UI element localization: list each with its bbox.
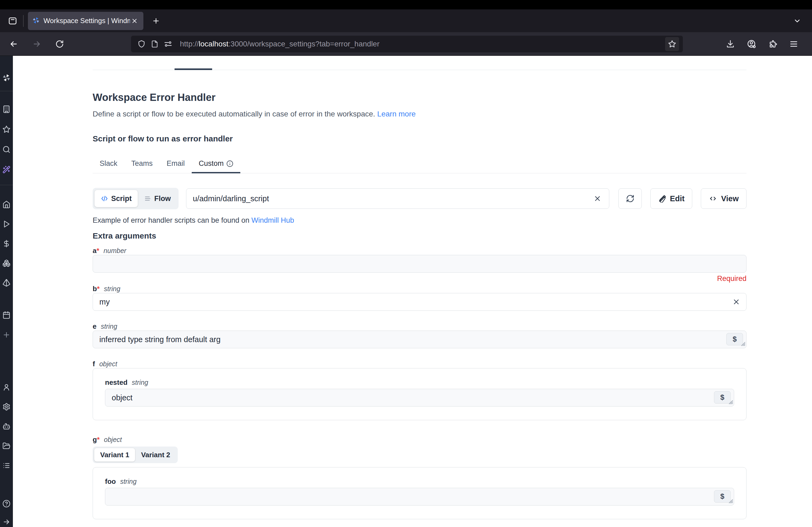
windmill-favicon <box>32 17 40 25</box>
field-f-resize-grip[interactable] <box>727 399 733 406</box>
browser-navbar: http://localhost:3000/workspace_settings… <box>0 32 812 56</box>
windmill-logo[interactable] <box>2 74 11 83</box>
browser-tab-bar: Workspace Settings | Windmill <box>0 10 812 32</box>
script-path-field <box>186 189 609 209</box>
sidebar-item-schedules[interactable] <box>2 311 11 319</box>
home-icon <box>2 200 11 209</box>
learn-more-link[interactable]: Learn more <box>377 110 416 118</box>
field-g-panel: foo string $ <box>93 467 746 519</box>
browser-tab[interactable]: Workspace Settings | Windmill <box>28 12 143 30</box>
play-icon <box>2 220 11 228</box>
sidebar-item-user[interactable] <box>2 383 11 391</box>
hub-note: Example of error handler scripts can be … <box>93 216 746 225</box>
back-button[interactable] <box>8 38 20 50</box>
variant-toggle: Variant 1 Variant 2 <box>93 447 178 463</box>
sidebar-item-home[interactable] <box>2 200 11 209</box>
sidebar-item-runs[interactable] <box>2 220 11 228</box>
tab-close-icon[interactable] <box>130 16 139 26</box>
sidebar-item-help[interactable] <box>2 500 11 508</box>
field-g-label: g* object <box>93 435 746 444</box>
search-icon <box>2 146 11 153</box>
field-f-nested-input-wrap: $ <box>105 389 734 407</box>
plus-icon <box>2 331 11 339</box>
folder-open-icon <box>2 442 11 450</box>
list-icon <box>2 462 11 470</box>
sidebar-item-workers[interactable] <box>2 422 11 431</box>
sidebar-item-schemas[interactable] <box>2 279 11 287</box>
field-a-input[interactable] <box>93 259 746 268</box>
refresh-icon <box>626 194 635 203</box>
view-button[interactable]: View <box>701 189 746 209</box>
list-all-tabs-button[interactable] <box>792 15 803 27</box>
user-icon <box>2 383 11 391</box>
gear-icon <box>2 403 11 411</box>
script-path-input[interactable] <box>193 194 592 203</box>
refresh-button[interactable] <box>619 189 641 209</box>
macos-titlebar <box>0 0 812 10</box>
menu-hamburger-button[interactable] <box>789 40 798 48</box>
tab-separator <box>23 15 24 27</box>
account-button[interactable] <box>747 39 756 49</box>
field-e-resize-grip[interactable] <box>740 341 746 347</box>
field-f-nested-label: nested string <box>105 378 734 387</box>
firefox-view-button[interactable] <box>6 14 19 28</box>
sidebar-item-logs[interactable] <box>2 462 11 470</box>
sidebar-item-favorites[interactable] <box>2 125 11 133</box>
sidebar-item-folders[interactable] <box>2 442 11 450</box>
windmill-hub-link[interactable]: Windmill Hub <box>251 216 294 224</box>
info-icon[interactable] <box>226 160 233 167</box>
toggle-script[interactable]: Script <box>95 190 138 207</box>
pencil-icon <box>658 195 666 202</box>
sidebar-expand-button[interactable] <box>2 518 11 526</box>
dollar-icon <box>2 240 11 248</box>
sidebar-item-search[interactable] <box>2 146 11 153</box>
field-b-clear-icon[interactable] <box>731 297 741 307</box>
sidebar-item-variables[interactable] <box>2 240 11 248</box>
tab-teams[interactable]: Teams <box>124 160 160 174</box>
calendar-icon <box>2 311 11 319</box>
tab-slack[interactable]: Slack <box>93 160 124 174</box>
settings-tabstrip-bottom <box>93 69 746 70</box>
forward-button[interactable] <box>31 38 43 50</box>
field-e-label: e string <box>93 322 746 331</box>
field-b-input[interactable] <box>93 298 746 306</box>
field-e-input[interactable] <box>93 335 746 344</box>
field-b-label: b* string <box>93 284 746 293</box>
clear-path-icon[interactable] <box>592 194 603 204</box>
field-f-nested-input[interactable] <box>105 393 734 402</box>
pyramid-icon <box>2 279 11 287</box>
field-g-resize-grip[interactable] <box>727 498 733 505</box>
field-f-panel: nested string $ <box>93 368 746 420</box>
sidebar-item-ai[interactable] <box>2 166 11 174</box>
building-icon <box>2 105 11 113</box>
tab-custom[interactable]: Custom <box>192 160 240 174</box>
downloads-button[interactable] <box>726 40 735 48</box>
sidebar-item-workspace[interactable] <box>2 105 11 113</box>
help-circle-icon <box>2 500 11 508</box>
variant-1-button[interactable]: Variant 1 <box>94 448 135 462</box>
sidebar-item-add[interactable] <box>2 331 11 339</box>
extensions-puzzle-button[interactable] <box>768 40 777 48</box>
url-bar[interactable]: http://localhost:3000/workspace_settings… <box>131 36 683 52</box>
script-flow-toggle: Script Flow <box>93 188 178 209</box>
shield-icon[interactable] <box>137 40 146 48</box>
wand-sparkles-icon <box>2 166 11 174</box>
tab-title: Workspace Settings | Windmill <box>44 17 130 25</box>
page-info-icon[interactable] <box>151 40 158 48</box>
windmill-app: Workspace Error Handler Define a script … <box>0 56 812 527</box>
bookmark-star-button[interactable] <box>665 37 679 51</box>
field-g-nested-input[interactable] <box>105 492 734 501</box>
sidebar-item-resources[interactable] <box>2 259 11 267</box>
tab-email[interactable]: Email <box>160 160 192 174</box>
sidebar-divider <box>0 185 13 185</box>
reload-button[interactable] <box>54 38 66 50</box>
new-tab-button[interactable] <box>150 15 162 27</box>
field-g-nested-input-wrap: $ <box>105 488 734 506</box>
permissions-toggles-icon[interactable] <box>164 40 172 48</box>
field-a-input-wrap <box>93 255 746 273</box>
edit-button[interactable]: Edit <box>650 189 693 209</box>
toggle-flow[interactable]: Flow <box>138 190 177 207</box>
field-f-label: f object <box>93 360 746 368</box>
sidebar-item-settings[interactable] <box>2 403 11 411</box>
variant-2-button[interactable]: Variant 2 <box>135 448 176 462</box>
